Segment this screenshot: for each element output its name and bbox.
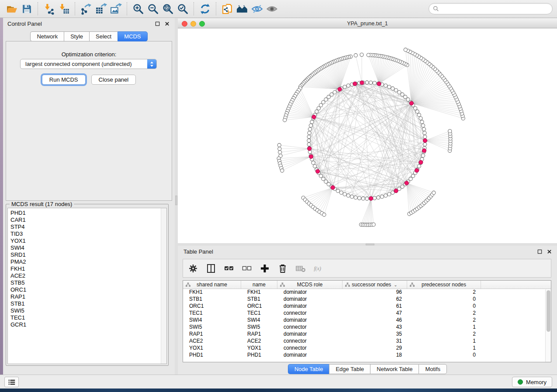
maximize-window-icon[interactable] — [199, 21, 205, 27]
cell-predecessor-nodes[interactable]: 2 — [407, 317, 481, 324]
cell-successor-nodes[interactable]: 29 — [343, 345, 407, 352]
network-canvas[interactable] — [178, 28, 557, 243]
close-window-icon[interactable] — [182, 21, 187, 27]
tab-network[interactable]: Network — [30, 31, 64, 41]
mcds-result-item[interactable]: STB5 — [10, 279, 166, 286]
cell-successor-nodes[interactable]: 43 — [343, 324, 407, 331]
export-table-button[interactable] — [93, 2, 108, 16]
mcds-result-item[interactable]: STB1 — [10, 300, 166, 307]
zoom-fit-button[interactable] — [160, 2, 175, 16]
float-panel-icon[interactable] — [536, 248, 543, 255]
run-mcds-button[interactable]: Run MCDS — [42, 75, 86, 85]
cell-successor-nodes[interactable]: 46 — [343, 317, 407, 324]
cell-MCDS-role[interactable]: dominator — [277, 352, 343, 359]
clone-network-button[interactable] — [220, 2, 235, 16]
tab-edge-table[interactable]: Edge Table — [329, 364, 370, 374]
cell-shared-name[interactable]: SWI5 — [183, 324, 241, 331]
cell-shared-name[interactable]: FKH1 — [183, 289, 241, 296]
zoom-out-button[interactable] — [145, 2, 160, 16]
cell-successor-nodes[interactable]: 18 — [343, 352, 407, 359]
tab-style[interactable]: Style — [64, 31, 89, 41]
column-header-MCDS-role[interactable]: MCDS role — [277, 281, 343, 289]
table-row[interactable]: SWI5SWI5connector431 — [183, 324, 551, 331]
table-scrollbar[interactable] — [545, 289, 551, 362]
cell-name[interactable]: SWI5 — [241, 324, 277, 331]
cell-predecessor-nodes[interactable]: 1 — [407, 324, 481, 331]
optimization-criterion-dropdown[interactable]: largest connected component (undirected) — [20, 59, 157, 69]
cell-name[interactable]: ACE2 — [241, 338, 277, 345]
search-input[interactable] — [429, 3, 553, 14]
mcds-result-item[interactable]: FKH1 — [10, 265, 166, 272]
tab-mcds[interactable]: MCDS — [118, 31, 147, 41]
table-row[interactable]: ORC1ORC1dominator610 — [183, 303, 551, 310]
mcds-result-item[interactable]: SWI4 — [10, 244, 166, 251]
tab-select[interactable]: Select — [89, 31, 118, 41]
column-header-predecessor-nodes[interactable]: predecessor nodes — [407, 281, 481, 289]
cell-successor-nodes[interactable]: 31 — [343, 338, 407, 345]
tab-node-table[interactable]: Node Table — [288, 364, 329, 374]
cell-shared-name[interactable]: YOX1 — [183, 345, 241, 352]
cell-predecessor-nodes[interactable]: 0 — [407, 296, 481, 303]
cell-MCDS-role[interactable]: connector — [277, 338, 343, 345]
float-panel-icon[interactable] — [154, 20, 161, 27]
cell-successor-nodes[interactable]: 47 — [343, 310, 407, 317]
cell-name[interactable]: SWI4 — [241, 317, 277, 324]
cell-name[interactable]: RAP1 — [241, 331, 277, 338]
cell-name[interactable]: TEC1 — [241, 310, 277, 317]
mcds-result-item[interactable]: ACE2 — [10, 272, 166, 279]
cell-successor-nodes[interactable]: 35 — [343, 331, 407, 338]
mcds-result-item[interactable]: TEC1 — [10, 314, 166, 321]
splitter-grip[interactable] — [366, 244, 374, 245]
cell-successor-nodes[interactable]: 96 — [343, 289, 407, 296]
table-row[interactable]: SWI4SWI4dominator462 — [183, 317, 551, 324]
close-panel-icon[interactable] — [546, 248, 553, 255]
select-all-button[interactable] — [222, 262, 235, 275]
close-panel-icon[interactable] — [163, 20, 170, 27]
show-column-button[interactable] — [204, 262, 218, 275]
cell-MCDS-role[interactable]: dominator — [277, 317, 343, 324]
save-session-button[interactable] — [19, 2, 34, 16]
table-row[interactable]: FKH1FKH1dominator962 — [183, 289, 551, 296]
cell-shared-name[interactable]: ORC1 — [183, 303, 241, 310]
mcds-result-item[interactable]: GCR1 — [10, 321, 166, 328]
cell-name[interactable]: STB1 — [241, 296, 277, 303]
cell-shared-name[interactable]: ACE2 — [183, 338, 241, 345]
hide-eye-button[interactable] — [249, 2, 264, 16]
cell-name[interactable]: FKH1 — [241, 289, 277, 296]
table-row[interactable]: YOX1YOX1connector291 — [183, 345, 551, 352]
tab-motifs[interactable]: Motifs — [419, 364, 447, 374]
show-eye-button[interactable] — [264, 2, 279, 16]
cell-successor-nodes[interactable]: 61 — [343, 303, 407, 310]
export-image-button[interactable] — [108, 2, 123, 16]
mcds-result-item[interactable]: ORC1 — [10, 286, 166, 293]
mcds-result-item[interactable]: TID3 — [10, 230, 166, 237]
cell-MCDS-role[interactable]: dominator — [277, 289, 343, 296]
table-row[interactable]: RAP1RAP1dominator352 — [183, 331, 551, 338]
import-table-button[interactable] — [56, 2, 71, 16]
cell-name[interactable]: YOX1 — [241, 345, 277, 352]
mcds-result-item[interactable]: CAR1 — [10, 217, 166, 224]
table-settings-button[interactable] — [187, 262, 200, 275]
cell-predecessor-nodes[interactable]: 1 — [407, 338, 481, 345]
mcds-list-scrollbar[interactable] — [161, 208, 166, 364]
home-overview-button[interactable] — [235, 2, 249, 16]
create-column-button[interactable] — [258, 262, 271, 275]
splitter-grip[interactable] — [175, 196, 177, 205]
deselect-all-button[interactable] — [240, 262, 253, 275]
mcds-result-item[interactable]: YOX1 — [10, 237, 166, 244]
mcds-result-item[interactable]: SRD1 — [10, 251, 166, 258]
mcds-result-item[interactable]: SWI5 — [10, 307, 166, 314]
zoom-selected-button[interactable] — [175, 2, 190, 16]
network-graph[interactable] — [178, 28, 557, 243]
close-panel-button[interactable]: Close panel — [91, 75, 136, 85]
vertical-splitter[interactable] — [175, 18, 178, 375]
cell-predecessor-nodes[interactable]: 2 — [407, 289, 481, 296]
scrollbar-thumb[interactable] — [547, 290, 550, 332]
network-window-titlebar[interactable]: YPA_prune.txt_1 — [178, 19, 557, 28]
cell-predecessor-nodes[interactable]: 0 — [407, 352, 481, 359]
cell-shared-name[interactable]: STB1 — [183, 296, 241, 303]
cell-shared-name[interactable]: SWI4 — [183, 317, 241, 324]
cell-MCDS-role[interactable]: connector — [277, 310, 343, 317]
cell-MCDS-role[interactable]: dominator — [277, 296, 343, 303]
memory-button[interactable]: Memory — [512, 377, 552, 387]
